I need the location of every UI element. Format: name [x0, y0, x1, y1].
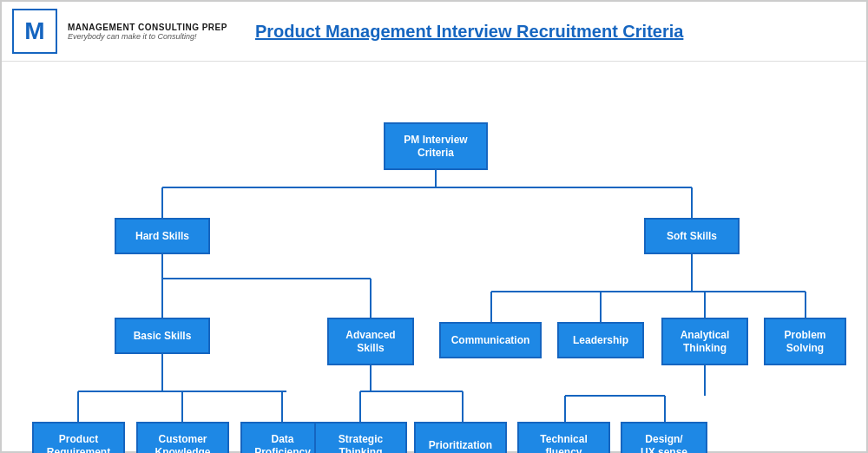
node-communication: Communication	[439, 322, 542, 358]
node-design-ux: Design/ UX sense	[621, 422, 707, 453]
node-problem-solving: Problem Solving	[764, 318, 846, 365]
node-leadership: Leadership	[557, 322, 644, 358]
page-title: Product Management Interview Recruitment…	[255, 22, 683, 42]
node-product-requirement: Product Requirement	[32, 422, 125, 453]
company-tagline: Everybody can make it to Consulting!	[68, 32, 227, 41]
node-advanced-skills: Advanced Skills	[327, 318, 414, 365]
connectors-svg	[2, 62, 866, 451]
company-name: MANAGEMENT CONSULTING PREP	[68, 23, 227, 32]
node-root: PM Interview Criteria	[384, 122, 488, 170]
node-basic-skills: Basic Skills	[115, 318, 210, 354]
node-prioritization: Prioritization	[414, 422, 507, 453]
node-customer-knowledge: Customer Knowledge	[136, 422, 229, 453]
logo-box: M	[12, 9, 57, 54]
node-strategic-thinking: Strategic Thinking	[314, 422, 407, 453]
chart-area: PM Interview Criteria Hard Skills Soft S…	[2, 62, 866, 451]
logo-letter: M	[24, 19, 44, 43]
header: M MANAGEMENT CONSULTING PREP Everybody c…	[2, 2, 866, 62]
node-hard-skills: Hard Skills	[115, 218, 210, 254]
node-soft-skills: Soft Skills	[644, 218, 740, 254]
node-data-proficiency: Data Proficiency	[240, 422, 325, 453]
logo-text: MANAGEMENT CONSULTING PREP Everybody can…	[68, 23, 227, 41]
node-technical-fluency: Technical fluency	[517, 422, 610, 453]
node-analytical-thinking: Analytical Thinking	[661, 318, 748, 365]
page: M MANAGEMENT CONSULTING PREP Everybody c…	[0, 0, 868, 453]
